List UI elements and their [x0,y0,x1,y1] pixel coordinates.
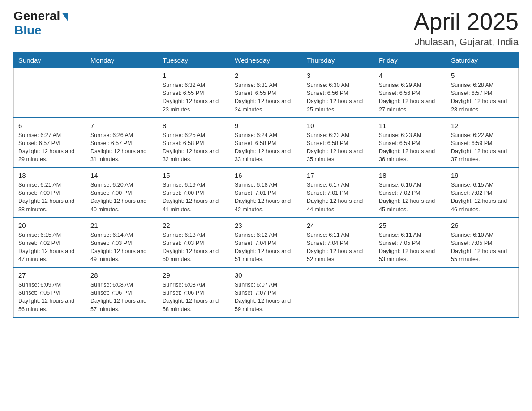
day-info: Sunrise: 6:32 AM Sunset: 6:55 PM Dayligh… [163,81,225,114]
calendar-cell: 14Sunrise: 6:20 AM Sunset: 7:00 PM Dayli… [86,167,158,218]
calendar-cell: 20Sunrise: 6:15 AM Sunset: 7:02 PM Dayli… [14,218,86,268]
calendar-cell: 29Sunrise: 6:08 AM Sunset: 7:06 PM Dayli… [158,267,230,317]
day-number: 1 [163,72,225,79]
logo: General Blue [13,9,68,38]
day-number: 18 [379,171,442,179]
logo-blue-text: Blue [14,23,42,38]
calendar-week-row: 6Sunrise: 6:27 AM Sunset: 6:57 PM Daylig… [14,118,519,168]
day-info: Sunrise: 6:09 AM Sunset: 7:05 PM Dayligh… [18,281,81,313]
day-info: Sunrise: 6:12 AM Sunset: 7:04 PM Dayligh… [235,231,297,264]
calendar-cell: 5Sunrise: 6:28 AM Sunset: 6:57 PM Daylig… [446,68,519,118]
calendar-cell [86,68,158,118]
calendar-header-friday: Friday [374,53,446,68]
calendar-cell: 13Sunrise: 6:21 AM Sunset: 7:00 PM Dayli… [14,167,86,218]
day-info: Sunrise: 6:08 AM Sunset: 7:06 PM Dayligh… [163,281,225,313]
calendar-cell: 9Sunrise: 6:24 AM Sunset: 6:58 PM Daylig… [230,118,302,168]
day-number: 27 [18,271,81,279]
day-info: Sunrise: 6:13 AM Sunset: 7:03 PM Dayligh… [163,231,225,264]
calendar-header-row: SundayMondayTuesdayWednesdayThursdayFrid… [14,53,519,68]
day-info: Sunrise: 6:15 AM Sunset: 7:02 PM Dayligh… [451,181,514,214]
day-number: 26 [451,222,514,229]
day-number: 29 [163,271,225,279]
calendar-cell: 8Sunrise: 6:25 AM Sunset: 6:58 PM Daylig… [158,118,230,168]
day-info: Sunrise: 6:30 AM Sunset: 6:56 PM Dayligh… [307,81,369,114]
calendar-cell: 30Sunrise: 6:07 AM Sunset: 7:07 PM Dayli… [230,267,302,317]
calendar-cell [302,267,374,317]
day-info: Sunrise: 6:15 AM Sunset: 7:02 PM Dayligh… [18,231,81,264]
day-info: Sunrise: 6:22 AM Sunset: 6:59 PM Dayligh… [451,131,514,164]
calendar-cell: 24Sunrise: 6:11 AM Sunset: 7:04 PM Dayli… [302,218,374,268]
day-info: Sunrise: 6:11 AM Sunset: 7:04 PM Dayligh… [307,231,369,264]
day-info: Sunrise: 6:23 AM Sunset: 6:59 PM Dayligh… [379,131,442,164]
month-year-title: April 2025 [414,9,519,34]
day-info: Sunrise: 6:07 AM Sunset: 7:07 PM Dayligh… [235,281,297,313]
day-info: Sunrise: 6:18 AM Sunset: 7:01 PM Dayligh… [235,181,297,214]
calendar-cell: 26Sunrise: 6:10 AM Sunset: 7:05 PM Dayli… [446,218,519,268]
calendar-cell [446,267,519,317]
day-number: 19 [451,171,514,179]
calendar-cell: 16Sunrise: 6:18 AM Sunset: 7:01 PM Dayli… [230,167,302,218]
calendar-cell: 23Sunrise: 6:12 AM Sunset: 7:04 PM Dayli… [230,218,302,268]
calendar-cell: 25Sunrise: 6:11 AM Sunset: 7:05 PM Dayli… [374,218,446,268]
calendar-cell: 18Sunrise: 6:16 AM Sunset: 7:02 PM Dayli… [374,167,446,218]
calendar-cell [374,267,446,317]
calendar-cell: 1Sunrise: 6:32 AM Sunset: 6:55 PM Daylig… [158,68,230,118]
day-info: Sunrise: 6:20 AM Sunset: 7:00 PM Dayligh… [90,181,153,214]
calendar-header-monday: Monday [86,53,158,68]
location-subtitle: Jhulasan, Gujarat, India [414,36,519,48]
day-number: 14 [90,171,153,179]
calendar-header-saturday: Saturday [446,53,519,68]
calendar-cell: 11Sunrise: 6:23 AM Sunset: 6:59 PM Dayli… [374,118,446,168]
day-number: 2 [235,72,297,79]
day-info: Sunrise: 6:10 AM Sunset: 7:05 PM Dayligh… [451,231,514,264]
calendar-cell: 15Sunrise: 6:19 AM Sunset: 7:00 PM Dayli… [158,167,230,218]
day-number: 23 [235,222,297,229]
calendar-cell: 21Sunrise: 6:14 AM Sunset: 7:03 PM Dayli… [86,218,158,268]
day-info: Sunrise: 6:27 AM Sunset: 6:57 PM Dayligh… [18,131,81,164]
calendar-header-thursday: Thursday [302,53,374,68]
day-number: 12 [451,122,514,129]
day-number: 28 [90,271,153,279]
day-number: 17 [307,171,369,179]
day-info: Sunrise: 6:21 AM Sunset: 7:00 PM Dayligh… [18,181,81,214]
day-number: 15 [163,171,225,179]
calendar-cell: 28Sunrise: 6:08 AM Sunset: 7:06 PM Dayli… [86,267,158,317]
calendar-header-wednesday: Wednesday [230,53,302,68]
day-info: Sunrise: 6:11 AM Sunset: 7:05 PM Dayligh… [379,231,442,264]
day-number: 25 [379,222,442,229]
calendar-cell: 6Sunrise: 6:27 AM Sunset: 6:57 PM Daylig… [14,118,86,168]
calendar-week-row: 1Sunrise: 6:32 AM Sunset: 6:55 PM Daylig… [14,68,519,118]
day-info: Sunrise: 6:19 AM Sunset: 7:00 PM Dayligh… [163,181,225,214]
calendar-cell [14,68,86,118]
day-info: Sunrise: 6:28 AM Sunset: 6:57 PM Dayligh… [451,81,514,114]
calendar-week-row: 20Sunrise: 6:15 AM Sunset: 7:02 PM Dayli… [14,218,519,268]
calendar-cell: 19Sunrise: 6:15 AM Sunset: 7:02 PM Dayli… [446,167,519,218]
calendar-week-row: 13Sunrise: 6:21 AM Sunset: 7:00 PM Dayli… [14,167,519,218]
day-info: Sunrise: 6:17 AM Sunset: 7:01 PM Dayligh… [307,181,369,214]
calendar-cell: 12Sunrise: 6:22 AM Sunset: 6:59 PM Dayli… [446,118,519,168]
calendar-table: SundayMondayTuesdayWednesdayThursdayFrid… [13,52,519,318]
day-number: 20 [18,222,81,229]
day-info: Sunrise: 6:23 AM Sunset: 6:58 PM Dayligh… [307,131,369,164]
day-info: Sunrise: 6:31 AM Sunset: 6:55 PM Dayligh… [235,81,297,114]
calendar-header-tuesday: Tuesday [158,53,230,68]
logo-arrow-icon [62,13,68,21]
day-info: Sunrise: 6:24 AM Sunset: 6:58 PM Dayligh… [235,131,297,164]
calendar-header-sunday: Sunday [14,53,86,68]
calendar-cell: 3Sunrise: 6:30 AM Sunset: 6:56 PM Daylig… [302,68,374,118]
calendar-cell: 10Sunrise: 6:23 AM Sunset: 6:58 PM Dayli… [302,118,374,168]
calendar-cell: 2Sunrise: 6:31 AM Sunset: 6:55 PM Daylig… [230,68,302,118]
day-number: 7 [90,122,153,129]
title-block: April 2025 Jhulasan, Gujarat, India [414,9,519,48]
day-info: Sunrise: 6:16 AM Sunset: 7:02 PM Dayligh… [379,181,442,214]
calendar-cell: 7Sunrise: 6:26 AM Sunset: 6:57 PM Daylig… [86,118,158,168]
day-info: Sunrise: 6:08 AM Sunset: 7:06 PM Dayligh… [90,281,153,313]
day-number: 22 [163,222,225,229]
page-header: General Blue April 2025 Jhulasan, Gujara… [13,9,519,48]
day-number: 10 [307,122,369,129]
calendar-cell: 27Sunrise: 6:09 AM Sunset: 7:05 PM Dayli… [14,267,86,317]
logo-general-text: General [13,9,60,23]
day-info: Sunrise: 6:26 AM Sunset: 6:57 PM Dayligh… [90,131,153,164]
day-number: 21 [90,222,153,229]
calendar-cell: 4Sunrise: 6:29 AM Sunset: 6:56 PM Daylig… [374,68,446,118]
